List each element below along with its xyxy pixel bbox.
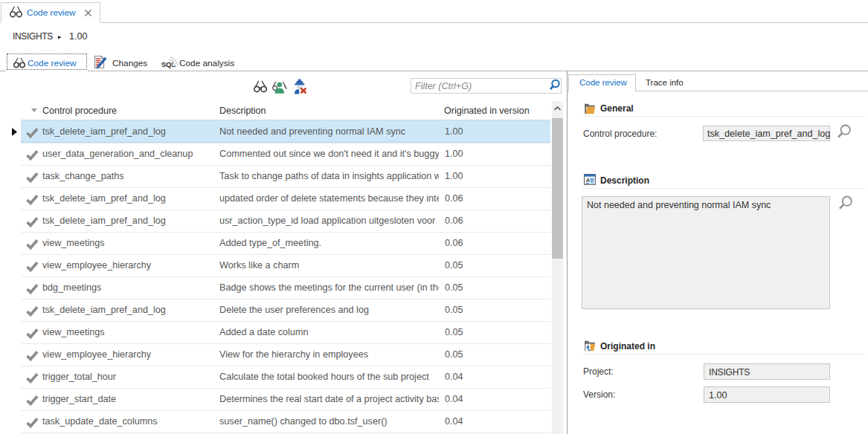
svg-text:A: A bbox=[586, 177, 591, 184]
